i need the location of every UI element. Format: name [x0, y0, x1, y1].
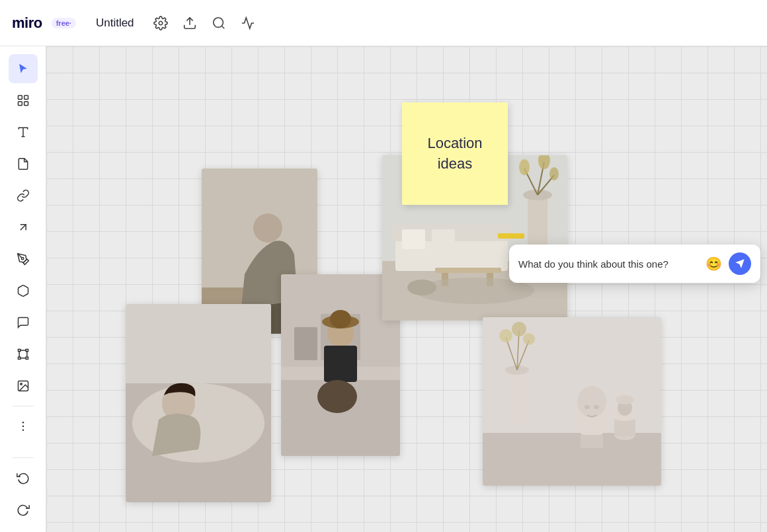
svg-point-69 [499, 329, 512, 342]
svg-rect-5 [24, 96, 28, 100]
comment-bubble: 😊 [509, 245, 760, 283]
svg-rect-6 [18, 102, 22, 106]
sidebar-bottom [9, 455, 38, 524]
svg-point-0 [159, 21, 163, 25]
svg-line-3 [222, 26, 224, 28]
free-badge: free· [52, 18, 76, 28]
svg-point-51 [407, 280, 436, 295]
sidebar [0, 46, 46, 532]
svg-point-71 [523, 333, 535, 345]
svg-point-57 [519, 159, 530, 175]
svg-rect-52 [528, 195, 547, 248]
svg-rect-7 [24, 102, 28, 106]
svg-point-2 [213, 17, 223, 27]
svg-rect-26 [126, 304, 271, 383]
svg-rect-63 [483, 433, 661, 486]
svg-point-37 [330, 310, 351, 328]
header-toolbar [150, 13, 259, 34]
canvas[interactable]: Location ideas [46, 46, 767, 532]
photo-woman-bed[interactable] [126, 304, 271, 502]
svg-rect-64 [509, 370, 526, 423]
svg-point-20 [22, 430, 24, 432]
svg-point-39 [317, 380, 357, 413]
svg-point-81 [616, 395, 634, 404]
svg-point-24 [253, 213, 282, 243]
svg-point-59 [549, 167, 559, 180]
emoji-button[interactable]: 😊 [706, 256, 722, 272]
header: miro free· Untitled [0, 0, 767, 46]
send-button[interactable] [729, 252, 751, 275]
redo-button[interactable] [9, 495, 38, 524]
svg-point-70 [512, 322, 526, 336]
svg-rect-76 [581, 435, 603, 448]
undo-button[interactable] [9, 463, 38, 492]
svg-rect-4 [18, 96, 22, 100]
svg-rect-60 [498, 233, 524, 239]
comment-input[interactable] [518, 258, 699, 270]
search-icon[interactable] [208, 13, 229, 34]
pen-tool[interactable] [9, 245, 38, 274]
sticky-note-text: Location ideas [414, 133, 496, 174]
arrow-tool[interactable] [9, 213, 38, 242]
sticky-note-tool[interactable] [9, 149, 38, 178]
photo-sculptures[interactable] [483, 317, 661, 486]
share-icon[interactable] [179, 13, 200, 34]
svg-rect-38 [324, 346, 357, 382]
timer-icon[interactable] [237, 13, 259, 34]
frame-crop-tool[interactable] [9, 340, 38, 369]
board-title[interactable]: Untitled [89, 13, 141, 34]
svg-point-19 [22, 426, 24, 428]
frames-tool[interactable] [9, 86, 38, 115]
shapes-tool[interactable] [9, 276, 38, 305]
svg-point-75 [594, 405, 599, 409]
more-tools[interactable] [9, 412, 38, 441]
svg-rect-47 [435, 268, 501, 273]
svg-rect-33 [294, 327, 317, 360]
svg-point-11 [21, 258, 23, 260]
svg-line-10 [20, 225, 25, 230]
settings-icon[interactable] [150, 13, 171, 34]
svg-rect-82 [615, 447, 635, 455]
svg-point-18 [22, 422, 24, 424]
sticky-note[interactable]: Location ideas [402, 102, 508, 205]
select-tool[interactable] [9, 54, 38, 83]
upload-tool[interactable] [9, 371, 38, 400]
svg-point-73 [577, 386, 606, 418]
comment-tool[interactable] [9, 308, 38, 337]
miro-logo: miro [12, 15, 42, 32]
svg-rect-46 [432, 229, 455, 249]
mindmap-tool[interactable] [9, 181, 38, 210]
svg-point-17 [20, 383, 21, 385]
text-tool[interactable] [9, 118, 38, 147]
svg-point-74 [585, 405, 590, 409]
svg-rect-45 [402, 229, 425, 249]
